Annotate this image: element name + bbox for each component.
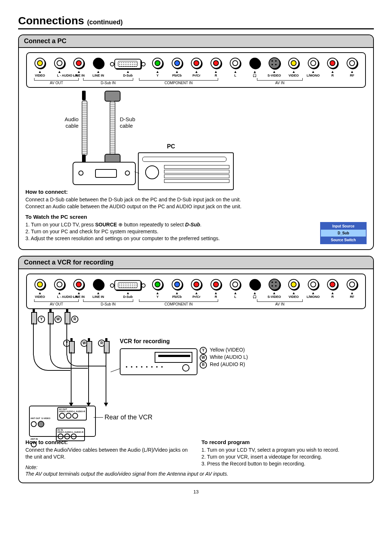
jack-svideo2 <box>269 279 280 290</box>
how-connect-2: Connect an Audio cable between the AUDIO… <box>25 203 367 210</box>
jack-avin-video2 <box>288 279 299 290</box>
jack-headphone <box>249 58 260 69</box>
vcr-diagram: Y W R Y W R VCR for recording <box>25 312 367 435</box>
vcr-illustration-icon: ● ● ● ● ● ● ● ● <box>120 348 197 375</box>
group-avout: AV OUT <box>50 81 63 85</box>
vcr-note-h: Note: <box>25 464 191 471</box>
jack-video-out2 <box>34 279 45 290</box>
jack-video-out <box>34 58 45 69</box>
page-title: Connections (continued) <box>18 15 374 27</box>
jack-line-in <box>93 58 104 69</box>
jack-headphone2 <box>249 279 260 290</box>
source-menu: Input Source D_Sub Source Switch <box>320 222 367 244</box>
section-vcr-header: Connect a VCR for recording <box>19 257 373 269</box>
dsub-cable-label: D-Sub cable <box>120 116 135 129</box>
watch-step-3: 3. Adjust the screen resolution and sett… <box>25 235 367 242</box>
jack-comp-l <box>230 58 241 69</box>
jack-avin-r <box>327 58 338 69</box>
rca-w-top-icon <box>48 312 54 324</box>
jack-rf <box>347 58 358 69</box>
group-compin: COMPONENT IN <box>164 81 193 85</box>
jack-pb <box>172 58 183 69</box>
dsub-plug-top-icon <box>105 91 121 102</box>
audio-plug-top-icon <box>82 91 86 100</box>
jack-rf2 <box>347 279 358 290</box>
title-suffix: (continued) <box>87 19 123 26</box>
vcr-record-1: 1. Turn on your LCD TV, select a program… <box>201 447 367 454</box>
source-footer: Source Switch <box>321 237 366 243</box>
vcr-recording-label: VCR for recording <box>120 338 170 345</box>
pc-backpanel-icon <box>73 162 136 185</box>
jack-audio-l-out <box>54 58 65 69</box>
vcr-record-3: 3. Press the Record button to begin reco… <box>201 460 367 467</box>
how-connect-1: Connect a D-Sub cable between the D-Sub … <box>25 196 367 203</box>
dsub-cable-icon <box>110 101 115 155</box>
rca-r-bot-icon <box>104 341 110 353</box>
jack-audio-r-out <box>73 58 84 69</box>
jack-y <box>152 58 163 69</box>
rear-panel-vcr: ▲▲▲▲▲▲▲▲▲▲▲▲▲▲▲▲ VIDEO L - AUDIO - R LIN… <box>26 274 366 309</box>
jack-svideo <box>269 57 280 69</box>
jack-pr <box>191 58 202 69</box>
jack-avin-l2 <box>308 279 319 290</box>
jack-dsub <box>114 59 141 69</box>
pc-label: PC <box>167 143 175 150</box>
group-avin: AV IN <box>275 81 284 85</box>
audio-cable-label: Audio cable <box>65 116 78 129</box>
watch-step-2: 2. Turn on your PC and check for PC syst… <box>25 228 367 235</box>
title-rule <box>18 28 374 29</box>
jack-avin-video <box>288 58 299 69</box>
vcr-record-2: 2. Turn on your VCR, insert a videotape … <box>201 454 367 460</box>
port-labels-row: VIDEO L - AUDIO - R LINE IN LINE IN D-Su… <box>29 74 363 77</box>
rca-y-top-icon <box>31 312 37 324</box>
section-connect-vcr: Connect a VCR for recording <box>18 256 374 484</box>
audio-cable-icon <box>82 100 87 156</box>
source-selected: D_Sub <box>321 230 366 237</box>
page-number: 13 <box>18 489 374 495</box>
section-connect-pc: Connect a PC ▲▲▲▲▲▲▲▲▲ <box>18 34 374 250</box>
title-main: Connections <box>18 15 84 26</box>
pc-diagram: Audio cable D-Sub cable PC <box>25 91 367 185</box>
pc-illustration-icon <box>138 152 234 190</box>
rca-r-top-icon <box>65 312 70 324</box>
jack-comp-r <box>211 58 221 69</box>
jack-avin-r2 <box>327 279 338 290</box>
watch-heading: To Watch the PC screen <box>25 214 367 220</box>
watch-step-1: 1. Turn on your LCD TV, press SOURCE ⊕ b… <box>25 221 367 228</box>
rca-y-bot-icon <box>69 341 75 353</box>
jack-line-in2 <box>93 279 104 290</box>
vcr-how-connect-t: Connect the Audio/Video cables between t… <box>25 447 191 460</box>
vcr-legend: Y Yellow (VIDEO) W White (AUDIO L) R Red… <box>200 347 248 369</box>
jack-dsub2 <box>114 280 141 290</box>
jack-audio-l-out2 <box>54 279 65 290</box>
source-title: Input Source <box>321 223 366 230</box>
jack-pr2 <box>191 279 202 290</box>
jack-comp-l2 <box>230 279 241 290</box>
section-pc-header: Connect a PC <box>19 35 373 48</box>
vcr-rear-icon: ANT OUT S-VIDEO AV OUT VIDEO AUDIO-L AUD… <box>29 406 96 437</box>
rear-panel-pc: ▲▲▲▲▲▲▲▲▲▲▲▲▲▲▲▲ VIDEO L - AUDIO - R LIN… <box>26 52 366 88</box>
vcr-note-t: The AV output terminals output the audio… <box>25 471 367 477</box>
group-dsubin: D-Sub IN <box>101 81 115 85</box>
jack-audio-r-out2 <box>73 279 84 290</box>
jack-avin-l <box>308 58 319 69</box>
jack-y2 <box>152 279 163 290</box>
jack-comp-r2 <box>211 279 221 290</box>
vcr-record-h: To record program <box>201 439 367 445</box>
vcr-rear-label: Rear of the VCR <box>105 414 152 421</box>
jack-pb2 <box>172 279 183 290</box>
rca-w-bot-icon <box>86 341 92 353</box>
